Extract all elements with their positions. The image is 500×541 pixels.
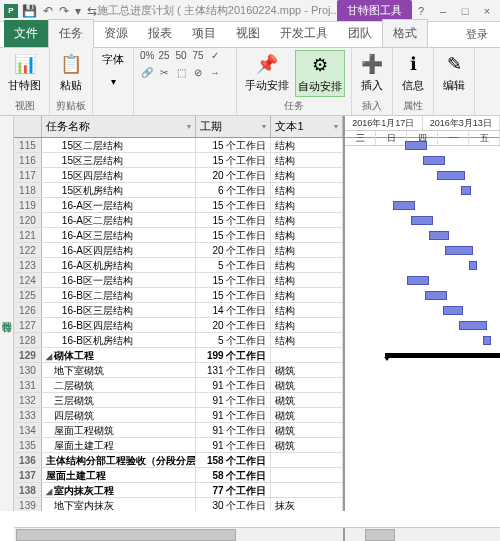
- text1-cell[interactable]: 结构: [271, 153, 343, 167]
- text1-cell[interactable]: 结构: [271, 333, 343, 347]
- gantt-bar[interactable]: [393, 201, 415, 210]
- save-icon[interactable]: 💾: [22, 4, 37, 18]
- move-icon[interactable]: →: [208, 67, 222, 81]
- qat-dropdown-icon[interactable]: ▾: [75, 4, 81, 18]
- table-row[interactable]: 130地下室砌筑131 个工作日砌筑: [14, 363, 343, 378]
- manual-schedule-button[interactable]: 📌 手动安排: [243, 50, 291, 97]
- task-name-cell[interactable]: 16-A区机房结构: [42, 258, 196, 272]
- tab-developer[interactable]: 开发工具: [270, 20, 338, 47]
- gantt-bar[interactable]: [405, 141, 427, 150]
- pct25-icon[interactable]: 25: [157, 50, 171, 64]
- task-name-cell[interactable]: 三层砌筑: [42, 393, 196, 407]
- table-row[interactable]: 131二层砌筑91 个工作日砌筑: [14, 378, 343, 393]
- dropdown-icon[interactable]: ▾: [187, 122, 191, 131]
- duration-cell[interactable]: 77 个工作日: [196, 483, 272, 497]
- task-name-cell[interactable]: 16-A区三层结构: [42, 228, 196, 242]
- scrollbar-thumb[interactable]: [16, 529, 236, 541]
- table-row[interactable]: 132三层砌筑91 个工作日砌筑: [14, 393, 343, 408]
- close-icon[interactable]: ×: [478, 5, 496, 17]
- unlink-icon[interactable]: ✂: [157, 67, 171, 81]
- col-name[interactable]: 任务名称▾: [42, 116, 196, 137]
- text1-cell[interactable]: [271, 348, 343, 362]
- help-icon[interactable]: ?: [412, 5, 430, 17]
- duration-cell[interactable]: 15 个工作日: [196, 213, 272, 227]
- duration-cell[interactable]: 91 个工作日: [196, 378, 272, 392]
- tab-report[interactable]: 报表: [138, 20, 182, 47]
- gantt-bar[interactable]: [429, 231, 449, 240]
- sync-icon[interactable]: ⇆: [87, 4, 97, 18]
- text1-cell[interactable]: [271, 453, 343, 467]
- table-row[interactable]: 12716-B区四层结构20 个工作日结构: [14, 318, 343, 333]
- table-row[interactable]: 11815区机房结构6 个工作日结构: [14, 183, 343, 198]
- pct100-icon[interactable]: ✓: [208, 50, 222, 64]
- dropdown-icon[interactable]: ▾: [262, 122, 266, 131]
- task-name-cell[interactable]: 屋面工程砌筑: [42, 423, 196, 437]
- task-name-cell[interactable]: 地下室内抹灰: [42, 498, 196, 511]
- duration-cell[interactable]: 5 个工作日: [196, 258, 272, 272]
- duration-cell[interactable]: 6 个工作日: [196, 183, 272, 197]
- maximize-icon[interactable]: □: [456, 5, 474, 17]
- text1-cell[interactable]: [271, 483, 343, 497]
- insert-button[interactable]: ➕ 插入: [358, 50, 386, 95]
- text1-cell[interactable]: 抹灰: [271, 498, 343, 511]
- duration-cell[interactable]: 5 个工作日: [196, 333, 272, 347]
- gantt-scrollbar[interactable]: [345, 528, 500, 541]
- text1-cell[interactable]: 结构: [271, 198, 343, 212]
- task-name-cell[interactable]: 15区二层结构: [42, 138, 196, 152]
- login-link[interactable]: 登录: [458, 22, 496, 47]
- tab-view[interactable]: 视图: [226, 20, 270, 47]
- task-name-cell[interactable]: 16-B区二层结构: [42, 288, 196, 302]
- text1-cell[interactable]: 结构: [271, 303, 343, 317]
- table-row[interactable]: 139地下室内抹灰30 个工作日抹灰: [14, 498, 343, 511]
- table-row[interactable]: 11615区三层结构15 个工作日结构: [14, 153, 343, 168]
- text1-cell[interactable]: 砌筑: [271, 423, 343, 437]
- table-row[interactable]: 12516-B区二层结构15 个工作日结构: [14, 288, 343, 303]
- text1-cell[interactable]: 结构: [271, 243, 343, 257]
- table-row[interactable]: 133四层砌筑91 个工作日砌筑: [14, 408, 343, 423]
- col-text1[interactable]: 文本1▾: [271, 116, 343, 137]
- gantt-bar[interactable]: [469, 261, 477, 270]
- text1-cell[interactable]: 砌筑: [271, 393, 343, 407]
- text1-cell[interactable]: 结构: [271, 228, 343, 242]
- duration-cell[interactable]: 91 个工作日: [196, 393, 272, 407]
- text1-cell[interactable]: 结构: [271, 258, 343, 272]
- table-row[interactable]: 138◢室内抹灰工程77 个工作日: [14, 483, 343, 498]
- duration-cell[interactable]: 91 个工作日: [196, 438, 272, 452]
- gantt-chart[interactable]: 2016年1月17日 2016年3月13日 三日四一五: [345, 116, 500, 511]
- paste-button[interactable]: 📋 粘贴: [57, 50, 85, 95]
- text1-cell[interactable]: 砌筑: [271, 363, 343, 377]
- duration-cell[interactable]: 15 个工作日: [196, 228, 272, 242]
- duration-cell[interactable]: 15 个工作日: [196, 153, 272, 167]
- tab-project[interactable]: 项目: [182, 20, 226, 47]
- task-name-cell[interactable]: 15区机房结构: [42, 183, 196, 197]
- table-row[interactable]: 12016-A区二层结构15 个工作日结构: [14, 213, 343, 228]
- task-name-cell[interactable]: 屋面土建工程: [42, 438, 196, 452]
- table-row[interactable]: 11715区四层结构20 个工作日结构: [14, 168, 343, 183]
- duration-cell[interactable]: 20 个工作日: [196, 168, 272, 182]
- tab-file[interactable]: 文件: [4, 20, 48, 47]
- task-name-cell[interactable]: 16-B区一层结构: [42, 273, 196, 287]
- table-row[interactable]: 12316-A区机房结构5 个工作日结构: [14, 258, 343, 273]
- undo-icon[interactable]: ↶: [43, 4, 53, 18]
- edit-button[interactable]: ✎ 编辑: [440, 50, 468, 95]
- gantt-bar[interactable]: [459, 321, 487, 330]
- respect-icon[interactable]: ⬚: [174, 67, 188, 81]
- duration-cell[interactable]: 15 个工作日: [196, 138, 272, 152]
- task-name-cell[interactable]: 16-B区四层结构: [42, 318, 196, 332]
- table-row[interactable]: 11515区二层结构15 个工作日结构: [14, 138, 343, 153]
- table-row[interactable]: 12816-B区机房结构5 个工作日结构: [14, 333, 343, 348]
- task-name-cell[interactable]: 四层砌筑: [42, 408, 196, 422]
- task-name-cell[interactable]: ◢砌体工程: [42, 348, 196, 362]
- task-name-cell[interactable]: 屋面土建工程: [42, 468, 196, 482]
- link-icon[interactable]: 🔗: [140, 67, 154, 81]
- col-id[interactable]: [14, 116, 42, 137]
- table-row[interactable]: 129◢砌体工程199 个工作日: [14, 348, 343, 363]
- grid-scrollbar[interactable]: [14, 528, 345, 541]
- task-name-cell[interactable]: 15区四层结构: [42, 168, 196, 182]
- font-button[interactable]: 字体 ▾: [99, 50, 127, 95]
- table-row[interactable]: 12216-A区四层结构20 个工作日结构: [14, 243, 343, 258]
- pct75-icon[interactable]: 75: [191, 50, 205, 64]
- duration-cell[interactable]: 15 个工作日: [196, 288, 272, 302]
- duration-cell[interactable]: 91 个工作日: [196, 423, 272, 437]
- task-name-cell[interactable]: 15区三层结构: [42, 153, 196, 167]
